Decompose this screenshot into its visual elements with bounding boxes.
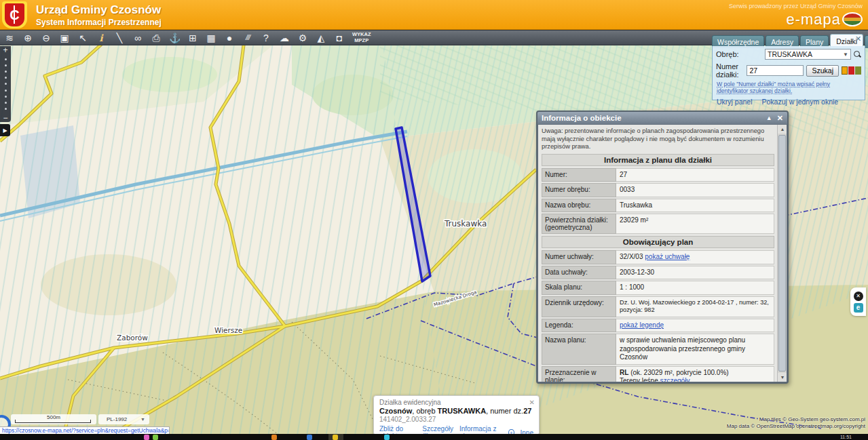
zoom-levels[interactable]	[5, 54, 7, 114]
scroll-up-icon[interactable]: ▲	[778, 125, 787, 134]
row-label: Data uchwały:	[542, 266, 616, 280]
app-header: C Urząd Gminy Czosnów System Informacji …	[0, 0, 868, 30]
table-row: Numer uchwały: 32/X/03 pokaż uchwałę	[542, 250, 774, 264]
anchor-icon[interactable]: ⚓	[169, 33, 180, 43]
wykaz-mpzp-button[interactable]: WYKAZ MPZP	[352, 32, 371, 43]
attribution-tiles[interactable]: Map tiles © Geo-System geo-system.com.pl	[727, 416, 865, 423]
swatch-red	[848, 66, 854, 75]
numer-dzialki-label: Numer działki:	[716, 62, 744, 79]
cloud-icon[interactable]: ☁	[279, 33, 290, 43]
map-label-truskawka: Truskawka	[444, 219, 487, 228]
projection-select[interactable]: PL-1992 ▼	[98, 414, 149, 424]
app-window: Truskawka Wiersze Zaborów Mazowiecka Dro…	[0, 0, 868, 440]
table-row: Dziennik urzędowy: Dz. U. Woj. Mazowieck…	[542, 296, 774, 317]
row-label: Powierzchnia działki: (geometryczna)	[542, 214, 616, 234]
search-hint: W pole "Numer działki" można wpisać pełn…	[717, 81, 861, 95]
taskbar-icon-4[interactable]	[307, 435, 312, 440]
row-label: Skala planu:	[542, 281, 616, 295]
row-label: Nazwa planu:	[542, 334, 616, 365]
search-icon[interactable]	[854, 51, 861, 58]
zoom-out-icon[interactable]: ⊖	[41, 33, 52, 43]
object-info-dialog: Informacja o obiekcie ▲ ✕ Uwaga: prezent…	[536, 111, 789, 384]
taskbar-icon-6[interactable]	[384, 435, 390, 440]
row-value: pokaż legendę	[616, 319, 774, 333]
single-window-link[interactable]: Pokazuj w jednym oknie	[762, 98, 839, 106]
table-row: Skala planu: 1 : 1000	[542, 281, 774, 295]
obreb-select[interactable]: TRUSKAWKA ▼	[765, 49, 851, 60]
row-value: w sprawie uchwalenia miejscowego planu z…	[616, 334, 774, 365]
taskbar-icon-2[interactable]	[153, 435, 158, 440]
emapa-logo: e-mapa	[786, 11, 841, 28]
copy-windows-icon[interactable]: ⊞	[187, 33, 198, 43]
popup-close-icon[interactable]: ✕	[529, 399, 535, 406]
emapa-mini-icon[interactable]: e	[854, 303, 863, 313]
scrollbar-thumb[interactable]	[778, 135, 786, 372]
print-icon[interactable]: ⎙	[151, 33, 162, 43]
dialog-scrollbar[interactable]: ▲ ▼	[777, 125, 787, 382]
zoom-plus-button[interactable]: +	[3, 46, 7, 54]
hide-panel-link[interactable]: Ukryj panel	[717, 98, 753, 106]
plan-warning-text: Uwaga: prezentowane informacje o planach…	[542, 127, 774, 151]
os-taskbar: 11:51	[0, 434, 868, 440]
taskbar-icon-1[interactable]	[144, 435, 149, 440]
info-icon[interactable]: i	[96, 33, 107, 43]
pointer-icon[interactable]: ↖	[77, 33, 88, 43]
szukaj-button[interactable]: Szukaj	[806, 65, 839, 77]
sails-icon[interactable]: ◭	[316, 33, 326, 43]
row-value: 32/X/03 pokaż uchwałę	[616, 250, 774, 264]
hatch-icon[interactable]: ///	[242, 34, 253, 41]
dialog-body: Uwaga: prezentowane informacje o planach…	[538, 125, 787, 382]
settings-icon[interactable]: ⚙	[297, 33, 308, 43]
section-header-plan: Obowiązujący plan	[542, 236, 774, 248]
attribution-osm[interactable]: Map data © OpenStreetMap openstreetmap.o…	[727, 423, 865, 430]
numer-dzialki-input[interactable]	[747, 65, 804, 76]
wykaz-line2: MPZP	[354, 37, 369, 43]
link-icon[interactable]: ∞	[132, 33, 143, 43]
zoning-area: (ok. 23029 m², pokrycie 100.0%)	[630, 369, 729, 376]
table-row: Numer obrębu: 0033	[542, 183, 774, 197]
show-resolution-link[interactable]: pokaż uchwałę	[645, 253, 690, 260]
row-label-line1: Powierzchnia działki:	[545, 216, 608, 224]
popup-parcel-line: Czosnów, obręb TRUSKAWKA, numer dz.27	[379, 407, 533, 415]
zoning-type: Tereny leśne	[620, 377, 658, 382]
panel-close-icon[interactable]: ✕	[855, 35, 861, 43]
layers-icon[interactable]: ≋	[4, 33, 15, 43]
minimize-icon[interactable]: ▲	[766, 115, 772, 121]
table-row: Nazwa obrębu: Truskawka	[542, 199, 774, 213]
table-row: Przeznaczenie w planie: RL (ok. 23029 m²…	[542, 366, 774, 382]
zoom-minus-button[interactable]: −	[3, 114, 7, 122]
taskbar-icon-5[interactable]	[333, 435, 338, 440]
edge-close-icon[interactable]: ✕	[854, 292, 863, 301]
row-label: Numer obrębu:	[542, 183, 616, 197]
zoom-slider[interactable]: + −	[0, 46, 11, 122]
select-area-icon[interactable]: ▣	[59, 33, 70, 43]
obreb-value: TRUSKAWKA	[768, 50, 812, 58]
row-label-line2: (geometryczna)	[545, 224, 592, 231]
help-icon[interactable]: ?	[261, 33, 271, 43]
row-value: Truskawka	[616, 199, 774, 213]
comment-icon[interactable]: ●	[224, 33, 235, 43]
dialog-titlebar[interactable]: Informacja o obiekcie ▲ ✕	[537, 112, 787, 124]
table-row: Powierzchnia działki: (geometryczna) 230…	[542, 214, 774, 234]
show-legend-link[interactable]: pokaż legendę	[620, 321, 664, 329]
scroll-down-icon[interactable]: ▼	[778, 373, 787, 382]
layout-icon[interactable]: ▦	[206, 33, 216, 43]
uchwala-number: 32/X/03	[620, 253, 643, 260]
row-value: 23029 m²	[616, 214, 774, 234]
measure-icon[interactable]: ╲	[114, 33, 125, 43]
globe-icon	[842, 12, 863, 26]
share-icon[interactable]: ◘	[334, 33, 345, 43]
gmina-crest-logo: C	[2, 1, 27, 28]
chevron-down-icon: ▼	[843, 52, 848, 58]
row-value: 2003-12-30	[616, 266, 774, 280]
page-subtitle: System Informacji Przestrzennej	[36, 18, 162, 27]
left-panel-expand-arrow[interactable]: ▶	[0, 124, 10, 136]
zoning-details-link[interactable]: szczegóły	[660, 377, 690, 382]
taskbar-icon-3[interactable]	[271, 435, 277, 440]
row-value: 0033	[616, 183, 774, 197]
close-icon[interactable]: ✕	[777, 114, 783, 123]
table-row: Nazwa planu: w sprawie uchwalenia miejsc…	[542, 334, 774, 365]
row-label: Dziennik urzędowy:	[542, 296, 616, 317]
scale-bar: 500m	[11, 414, 96, 424]
zoom-in-icon[interactable]: ⊕	[22, 33, 33, 43]
